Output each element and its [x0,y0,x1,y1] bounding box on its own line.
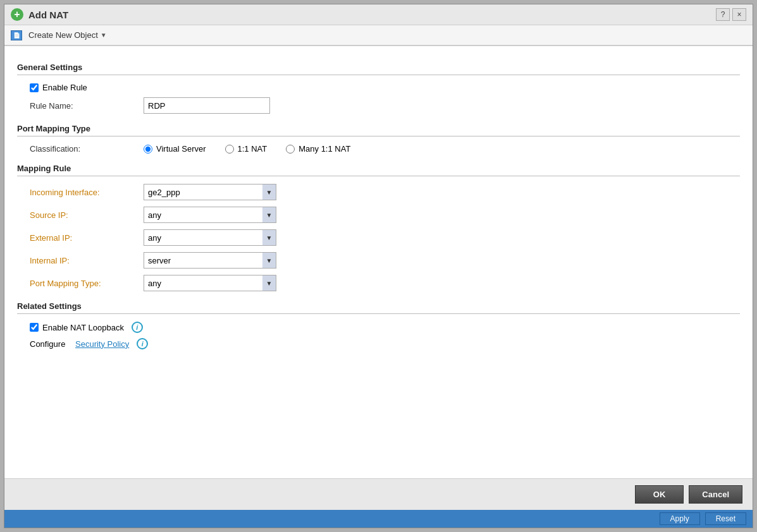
internal-ip-select[interactable]: server [144,252,276,269]
enable-rule-row: Enable Rule [17,83,740,92]
port-mapping-type-title: Port Mapping Type [17,124,740,133]
configure-label: Configure [30,339,65,349]
port-mapping-type-divider [17,136,740,136]
apply-button[interactable]: Apply [660,512,700,525]
nat-1-1-radio[interactable] [225,145,234,154]
incoming-interface-select[interactable]: ge2_ppp [144,184,276,200]
classification-label: Classification: [30,144,144,154]
security-policy-link[interactable]: Security Policy [75,339,129,349]
incoming-interface-row: Incoming Interface: ge2_ppp ▼ [17,184,740,200]
port-mapping-type-field-row: Port Mapping Type: any ▼ [17,275,740,291]
source-ip-select-wrapper: any ▼ [144,207,276,223]
configure-security-policy-row: Configure Security Policy i [17,338,740,349]
internal-ip-row: Internal IP: server ▼ [17,252,740,269]
enable-nat-loopback-label: Enable NAT Loopback [42,323,124,332]
create-new-object-button[interactable]: Create New Object ▼ [26,29,109,41]
add-nat-dialog: + Add NAT ? × 📄 Create New Object ▼ Gene… [4,4,753,528]
enable-nat-loopback-row: Enable NAT Loopback i [17,322,740,333]
related-settings-title: Related Settings [17,301,740,311]
enable-rule-checkbox[interactable] [30,83,39,92]
apply-bar: Apply Reset [4,510,753,528]
mapping-rule-divider [17,176,740,176]
nat-1-1-option[interactable]: 1:1 NAT [225,144,268,154]
external-ip-select[interactable]: any [144,229,276,246]
source-ip-row: Source IP: any ▼ [17,207,740,223]
many-1-1-nat-option[interactable]: Many 1:1 NAT [286,144,350,154]
add-icon: + [11,8,23,21]
create-new-object-label: Create New Object [28,30,98,40]
external-ip-label: External IP: [30,233,144,243]
nat-loopback-info-icon[interactable]: i [132,322,143,333]
port-mapping-type-select-wrapper: any ▼ [144,275,276,291]
cancel-button[interactable]: Cancel [689,485,742,504]
mapping-rule-title: Mapping Rule [17,164,740,173]
classification-row: Classification: Virtual Server 1:1 NAT M… [17,144,740,154]
dropdown-arrow-icon: ▼ [101,32,107,39]
related-settings-divider [17,313,740,314]
bottom-bar: OK Cancel [4,478,753,510]
general-settings-title: General Settings [17,63,740,72]
content-area[interactable]: General Settings Enable Rule Rule Name: … [4,46,753,478]
virtual-server-option[interactable]: Virtual Server [144,144,206,154]
classification-radio-group: Virtual Server 1:1 NAT Many 1:1 NAT [144,144,350,154]
security-policy-info-icon[interactable]: i [137,338,148,349]
external-ip-row: External IP: any ▼ [17,229,740,246]
rule-name-row: Rule Name: [17,97,740,114]
toolbar: 📄 Create New Object ▼ [4,25,753,46]
many-1-1-nat-label: Many 1:1 NAT [298,144,350,154]
virtual-server-radio[interactable] [144,145,152,154]
incoming-interface-select-wrapper: ge2_ppp ▼ [144,184,276,200]
virtual-server-label: Virtual Server [156,144,206,154]
many-1-1-nat-radio[interactable] [286,145,295,154]
general-settings-divider [17,75,740,75]
title-bar: + Add NAT ? × [4,4,753,25]
external-ip-select-wrapper: any ▼ [144,229,276,246]
source-ip-select[interactable]: any [144,207,276,223]
enable-nat-loopback-checkbox[interactable] [30,323,39,332]
source-ip-label: Source IP: [30,210,144,220]
object-icon: 📄 [11,30,22,40]
enable-rule-label: Enable Rule [42,83,87,92]
dialog-title: Add NAT [28,9,68,20]
reset-button[interactable]: Reset [705,512,746,525]
title-controls: ? × [716,8,746,21]
close-button[interactable]: × [732,8,746,21]
internal-ip-label: Internal IP: [30,256,144,265]
incoming-interface-label: Incoming Interface: [30,188,144,197]
nat-1-1-label: 1:1 NAT [238,144,268,154]
rule-name-label: Rule Name: [30,101,144,111]
help-button[interactable]: ? [716,8,730,21]
rule-name-input[interactable] [144,97,270,114]
port-mapping-type-field-label: Port Mapping Type: [30,279,144,288]
port-mapping-type-select[interactable]: any [144,275,276,291]
ok-button[interactable]: OK [635,485,684,504]
internal-ip-select-wrapper: server ▼ [144,252,276,269]
title-left: + Add NAT [11,8,68,21]
